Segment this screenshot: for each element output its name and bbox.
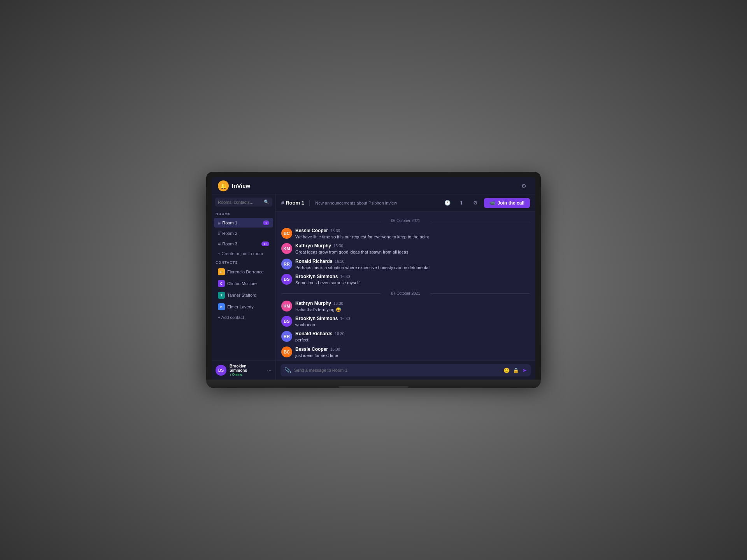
msg-text-bessie-2: just ideas for next time — [295, 353, 530, 359]
user-info: Brooklyn Simmons Online — [230, 364, 264, 376]
room-item-1[interactable]: # Room 1 1 — [214, 218, 273, 228]
msg-author-kathryn-2: Kathryn Murphy — [295, 301, 331, 306]
msg-text-ronald-1: Perhaps this is a situation where excess… — [295, 265, 530, 271]
search-input[interactable] — [218, 200, 261, 205]
settings-chat-icon-btn[interactable]: ⚙ — [470, 198, 481, 208]
msg-time-brooklyn-2: 16:30 — [340, 317, 350, 321]
msg-header-bessie-2: Bessie Cooper 16:30 — [295, 346, 530, 352]
send-icon[interactable]: ➤ — [522, 367, 527, 373]
header-divider: | — [309, 200, 310, 206]
msg-author-bessie-2: Bessie Cooper — [295, 346, 328, 352]
msg-header-ronald-2: Ronald Richards 16:30 — [295, 331, 530, 336]
msg-time-kathryn-1: 16:30 — [333, 244, 343, 248]
msg-text-ronald-2: perfect! — [295, 337, 530, 343]
current-user-name: Brooklyn Simmons — [230, 364, 264, 373]
app: 🔔 InView ⚙ 🔍 ROOMS # — [212, 177, 535, 380]
avatar-brooklyn-2: BS — [281, 316, 292, 327]
msg-time-ronald-2: 16:30 — [335, 332, 344, 336]
room-name-2: Room 2 — [222, 231, 237, 236]
clock-icon-btn[interactable]: 🕐 — [442, 198, 453, 208]
msg-time-bessie-1: 16:30 — [330, 229, 340, 233]
contacts-section-label: CONTACTS — [212, 258, 275, 266]
sidebar-footer: BS Brooklyn Simmons Online ··· — [212, 360, 275, 380]
msg-text-brooklyn-1: Sometimes I even surprise myself — [295, 280, 530, 286]
main-content: 🔍 ROOMS # Room 1 1 # Room 2 — [212, 194, 535, 380]
contact-florencio[interactable]: F Florencio Dorrance — [214, 266, 273, 277]
message-group-ronald-1: RR Ronald Richards 16:30 Perhaps this is… — [281, 257, 530, 272]
create-room-label: + Create or join to room — [218, 251, 263, 256]
hash-icon-3: # — [218, 241, 221, 247]
current-user-status: Online — [230, 373, 264, 376]
message-input[interactable] — [294, 368, 500, 373]
room-name-3: Room 3 — [222, 242, 237, 246]
room-item-3[interactable]: # Room 3 12 — [214, 239, 273, 248]
msg-author-brooklyn-1: Brooklyn Simmons — [295, 274, 338, 279]
msg-author-ronald-1: Ronald Richards — [295, 259, 332, 264]
msg-author-ronald-2: Ronald Richards — [295, 331, 332, 336]
emoji-icon[interactable]: 🙂 — [503, 368, 510, 373]
msg-text-kathryn-1: Great ideas grow from good ideas that sp… — [295, 249, 530, 255]
chat-room-title: # Room 1 — [281, 200, 304, 206]
attach-icon[interactable]: 📎 — [284, 367, 291, 373]
laptop-wrapper: 🔔 InView ⚙ 🔍 ROOMS # — [206, 172, 541, 388]
msg-time-brooklyn-1: 16:30 — [340, 275, 350, 279]
contact-clinton[interactable]: C Clinton Mcclure — [214, 278, 273, 289]
contact-tanner[interactable]: T Tanner Stafford — [214, 290, 273, 301]
avatar-kathryn-1: KM — [281, 243, 292, 254]
msg-text-kathryn-2: Haha that's terrifying 😅 — [295, 307, 530, 313]
msg-author-bessie-1: Bessie Cooper — [295, 228, 328, 233]
msg-header-ronald-1: Ronald Richards 16:30 — [295, 259, 530, 264]
avatar-brooklyn-1: BS — [281, 274, 292, 285]
video-icon: 📹 — [489, 200, 495, 206]
share-icon-btn[interactable]: ⬆ — [456, 198, 467, 208]
avatar-ronald-2: RR — [281, 331, 292, 342]
contact-name-florencio: Florencio Dorrance — [227, 270, 264, 274]
user-menu-icon[interactable]: ··· — [267, 367, 272, 373]
contact-elmer[interactable]: E Elmer Laverty — [214, 301, 273, 312]
join-call-button[interactable]: 📹 Join the call — [484, 198, 530, 208]
chat-area: # Room 1 | New announcements about Psiph… — [276, 194, 535, 380]
message-group-bessie-1: BC Bessie Cooper 16:30 We have little ti… — [281, 227, 530, 241]
app-title: InView — [232, 182, 250, 189]
create-room-item[interactable]: + Create or join to room — [214, 249, 273, 258]
contact-avatar-clinton: C — [218, 280, 225, 287]
contact-avatar-elmer: E — [218, 303, 225, 310]
sidebar: 🔍 ROOMS # Room 1 1 # Room 2 — [212, 194, 276, 380]
chat-input-area: 📎 🙂 🔒 ➤ — [276, 360, 535, 380]
message-group-brooklyn-2: BS Brooklyn Simmons 16:30 woohoooo — [281, 315, 530, 329]
msg-header-kathryn-2: Kathryn Murphy 16:30 — [295, 301, 530, 306]
room-hash-header: # — [281, 200, 284, 206]
chat-header-actions: 🕐 ⬆ ⚙ 📹 Join the call — [442, 198, 530, 208]
msg-text-bessie-1: We have little time so it is our request… — [295, 234, 530, 240]
msg-text-brooklyn-2: woohoooo — [295, 322, 530, 328]
search-icon[interactable]: 🔍 — [264, 200, 269, 205]
room-description: New announcements about Psiphon inview — [315, 201, 397, 205]
date-divider-1: 06 October 2021 — [281, 219, 530, 223]
msg-content-bessie-2: Bessie Cooper 16:30 just ideas for next … — [295, 346, 530, 360]
msg-header-brooklyn-2: Brooklyn Simmons 16:30 — [295, 316, 530, 321]
message-group-kathryn-2: KM Kathryn Murphy 16:30 Haha that's terr… — [281, 299, 530, 314]
msg-author-brooklyn-2: Brooklyn Simmons — [295, 316, 338, 321]
add-contact-label: + Add contact — [218, 315, 244, 320]
room-name-header: Room 1 — [286, 200, 304, 206]
input-actions: 🙂 🔒 ➤ — [503, 367, 527, 373]
msg-content-ronald-2: Ronald Richards 16:30 perfect! — [295, 331, 530, 343]
avatar-bessie-1: BC — [281, 228, 292, 239]
add-contact-item[interactable]: + Add contact — [214, 313, 273, 322]
contact-avatar-tanner: T — [218, 292, 225, 299]
settings-icon-btn[interactable]: ⚙ — [518, 180, 529, 191]
chat-header: # Room 1 | New announcements about Psiph… — [276, 194, 535, 212]
laptop-bezel: 🔔 InView ⚙ 🔍 ROOMS # — [206, 172, 541, 380]
room-item-2[interactable]: # Room 2 — [214, 228, 273, 238]
message-group-brooklyn-1: BS Brooklyn Simmons 16:30 Sometimes I ev… — [281, 273, 530, 287]
app-header-left: 🔔 InView — [218, 180, 250, 191]
msg-content-brooklyn-1: Brooklyn Simmons 16:30 Sometimes I even … — [295, 274, 530, 286]
msg-header-brooklyn-1: Brooklyn Simmons 16:30 — [295, 274, 530, 279]
hash-icon-1: # — [218, 220, 221, 226]
lock-icon[interactable]: 🔒 — [513, 368, 519, 373]
msg-content-kathryn-2: Kathryn Murphy 16:30 Haha that's terrify… — [295, 301, 530, 313]
current-user-avatar: BS — [216, 365, 226, 376]
avatar-ronald-1: RR — [281, 259, 292, 270]
messages-container[interactable]: 06 October 2021 BC Bessie Cooper 16:30 — [276, 212, 535, 360]
app-logo: 🔔 — [218, 180, 229, 191]
